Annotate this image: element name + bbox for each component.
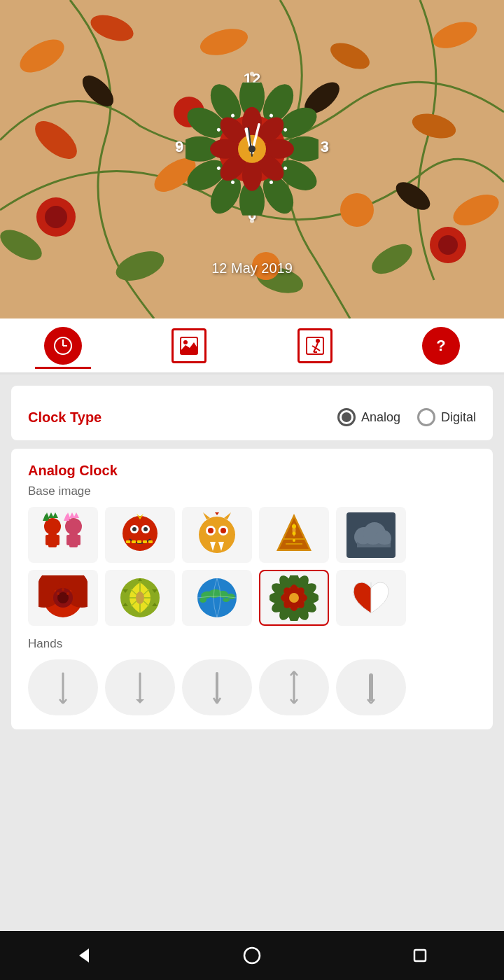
- clock-preview: 12 3 6 9: [0, 0, 504, 318]
- analog-clock-card: Analog Clock Base image: [11, 449, 493, 729]
- svg-point-101: [199, 517, 235, 553]
- settings-area: Clock Type Analog Digital Analog Clock B…: [0, 374, 504, 931]
- svg-marker-108: [203, 512, 210, 519]
- hand-item-4[interactable]: [259, 659, 329, 715]
- tab-image[interactable]: [161, 325, 217, 367]
- svg-marker-187: [79, 948, 89, 962]
- base-image-barong[interactable]: [105, 507, 175, 563]
- clock-type-radio-group: Analog Digital: [337, 408, 476, 426]
- svg-point-22: [340, 193, 374, 227]
- svg-line-69: [316, 343, 318, 348]
- svg-rect-96: [126, 540, 130, 543]
- svg-rect-189: [414, 950, 426, 961]
- svg-rect-90: [77, 535, 80, 545]
- base-image-globe[interactable]: [182, 570, 252, 626]
- svg-rect-81: [46, 535, 49, 545]
- analog-clock-title: Analog Clock: [28, 463, 476, 479]
- svg-rect-82: [56, 535, 59, 545]
- nav-back-button[interactable]: [63, 938, 105, 973]
- radio-digital-circle: [417, 408, 435, 426]
- svg-point-95: [144, 527, 148, 531]
- svg-point-105: [220, 528, 226, 533]
- hand-item-3[interactable]: [182, 659, 252, 715]
- base-image-wayang[interactable]: [259, 507, 329, 563]
- svg-rect-97: [132, 540, 136, 543]
- radio-analog-label: Analog: [361, 410, 400, 425]
- svg-point-91: [122, 516, 158, 551]
- svg-marker-86: [74, 512, 79, 518]
- svg-point-61: [248, 145, 255, 152]
- date-label: 12 May 2019: [211, 260, 293, 276]
- radio-analog[interactable]: Analog: [337, 408, 400, 426]
- svg-point-21: [438, 235, 458, 255]
- svg-rect-99: [143, 540, 147, 543]
- svg-rect-100: [148, 540, 153, 543]
- clock-type-label: Clock Type: [28, 410, 329, 426]
- svg-point-68: [316, 339, 320, 343]
- base-image-durian[interactable]: [105, 570, 175, 626]
- base-image-clouds[interactable]: [336, 507, 406, 563]
- nav-home-button[interactable]: [231, 938, 273, 973]
- svg-point-94: [132, 527, 136, 531]
- help-tab-icon: ?: [422, 327, 460, 365]
- tab-bar: ?: [0, 318, 504, 374]
- svg-rect-88: [69, 533, 78, 547]
- svg-marker-110: [215, 512, 219, 515]
- svg-point-66: [183, 340, 188, 344]
- base-image-batik-flower[interactable]: [259, 570, 329, 626]
- svg-rect-98: [137, 540, 141, 543]
- svg-point-18: [45, 206, 67, 228]
- tab-help[interactable]: ?: [413, 325, 469, 367]
- hands-label: Hands: [28, 637, 476, 651]
- svg-point-132: [66, 592, 69, 595]
- svg-point-131: [57, 592, 59, 595]
- nav-recent-button[interactable]: [399, 938, 441, 973]
- base-image-barong2[interactable]: [182, 507, 252, 563]
- svg-marker-109: [224, 512, 231, 519]
- base-image-label: Base image: [28, 484, 476, 498]
- svg-point-135: [136, 592, 144, 604]
- base-image-heart[interactable]: [336, 570, 406, 626]
- svg-point-114: [293, 531, 296, 535]
- base-image-rafflesia[interactable]: [28, 570, 98, 626]
- svg-point-113: [292, 524, 296, 528]
- svg-rect-80: [48, 533, 57, 547]
- tab-run[interactable]: [287, 325, 343, 367]
- hand-item-2[interactable]: [105, 659, 175, 715]
- tab-clock[interactable]: [35, 325, 91, 367]
- radio-analog-circle: [337, 408, 356, 426]
- svg-point-115: [293, 539, 295, 542]
- hand-item-5[interactable]: [336, 659, 406, 715]
- clock-face: [186, 82, 318, 215]
- base-image-grid: [28, 507, 476, 626]
- clock-type-card: Clock Type Analog Digital: [11, 386, 493, 440]
- svg-point-169: [289, 593, 299, 603]
- radio-digital-label: Digital: [441, 410, 476, 425]
- svg-point-146: [200, 597, 206, 603]
- svg-marker-78: [52, 512, 58, 518]
- svg-text:?: ?: [436, 337, 445, 354]
- svg-point-104: [208, 528, 214, 533]
- svg-point-188: [244, 948, 260, 963]
- svg-marker-175: [136, 699, 144, 704]
- svg-line-73: [316, 348, 320, 351]
- clock-tab-icon: [44, 327, 82, 365]
- svg-point-147: [223, 598, 230, 602]
- svg-rect-184: [369, 673, 373, 701]
- svg-point-133: [62, 588, 64, 591]
- base-image-ondel-ondel[interactable]: [28, 507, 98, 563]
- image-tab-icon: [172, 328, 206, 363]
- hand-item-1[interactable]: [28, 659, 98, 715]
- radio-digital[interactable]: Digital: [417, 408, 476, 426]
- nav-bar: [0, 931, 504, 980]
- svg-line-70: [312, 346, 316, 348]
- hands-grid: [28, 659, 476, 715]
- run-tab-icon: [298, 328, 332, 363]
- svg-rect-89: [66, 535, 70, 545]
